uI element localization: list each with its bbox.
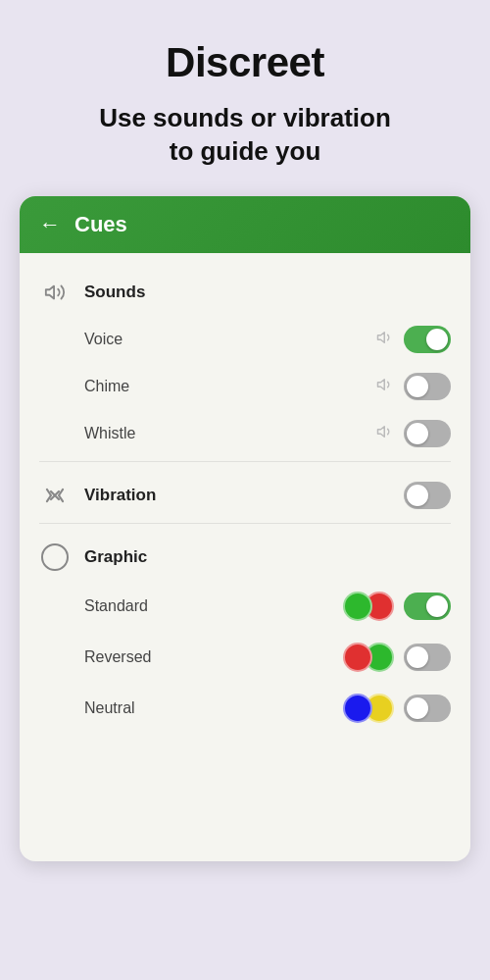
sounds-section-header: Sounds: [20, 263, 470, 316]
graphic-icon: [39, 542, 71, 573]
vibration-label: Vibration: [84, 486, 156, 505]
voice-label: Voice: [84, 331, 376, 348]
standard-circle-left: [343, 592, 372, 621]
graphic-section-header: Graphic: [20, 528, 470, 581]
app-header: ← Cues: [20, 196, 470, 253]
neutral-color-pair: [343, 693, 394, 724]
standard-label: Standard: [84, 597, 343, 615]
whistle-label: Whistle: [84, 425, 376, 442]
neutral-row: Neutral: [20, 683, 470, 734]
reversed-circle-left: [343, 643, 372, 672]
chime-row: Chime: [20, 363, 470, 410]
bottom-spacer: [20, 734, 470, 851]
chime-toggle[interactable]: [404, 373, 451, 400]
whistle-sound-icon: [376, 423, 394, 444]
svg-marker-1: [378, 332, 385, 342]
whistle-row: Whistle: [20, 410, 470, 457]
page-subtitle: Use sounds or vibrationto guide you: [99, 102, 391, 169]
whistle-controls: [376, 420, 451, 447]
voice-toggle[interactable]: [404, 326, 451, 353]
neutral-circle-left: [343, 694, 372, 723]
chime-controls: [376, 373, 451, 400]
vibration-section-header: Vibration: [20, 466, 470, 519]
svg-marker-2: [378, 379, 385, 389]
chime-sound-icon: [376, 376, 394, 397]
svg-marker-3: [378, 426, 385, 437]
standard-color-pair: [343, 591, 394, 622]
back-button[interactable]: ←: [39, 212, 61, 237]
standard-toggle[interactable]: [404, 593, 451, 620]
app-card: ← Cues Sounds Voice: [20, 196, 470, 861]
voice-sound-icon: [376, 329, 394, 350]
reversed-row: Reversed: [20, 632, 470, 683]
sounds-label: Sounds: [84, 283, 145, 302]
neutral-label: Neutral: [84, 699, 343, 717]
sounds-icon: [39, 277, 71, 308]
reversed-label: Reversed: [84, 648, 343, 666]
vibration-icon: [39, 480, 71, 511]
voice-controls: [376, 326, 451, 353]
chime-label: Chime: [84, 378, 376, 395]
svg-marker-0: [46, 285, 54, 298]
neutral-toggle[interactable]: [404, 695, 451, 722]
header-title: Cues: [74, 212, 127, 237]
whistle-toggle[interactable]: [404, 420, 451, 447]
divider-2: [39, 523, 451, 524]
vibration-toggle[interactable]: [404, 482, 451, 509]
reversed-color-pair: [343, 642, 394, 673]
reversed-toggle[interactable]: [404, 644, 451, 671]
page-title: Discreet: [166, 39, 324, 86]
app-body: Sounds Voice Chime: [20, 253, 470, 861]
divider-1: [39, 461, 451, 462]
voice-row: Voice: [20, 316, 470, 363]
standard-row: Standard: [20, 581, 470, 632]
graphic-label: Graphic: [84, 547, 147, 567]
